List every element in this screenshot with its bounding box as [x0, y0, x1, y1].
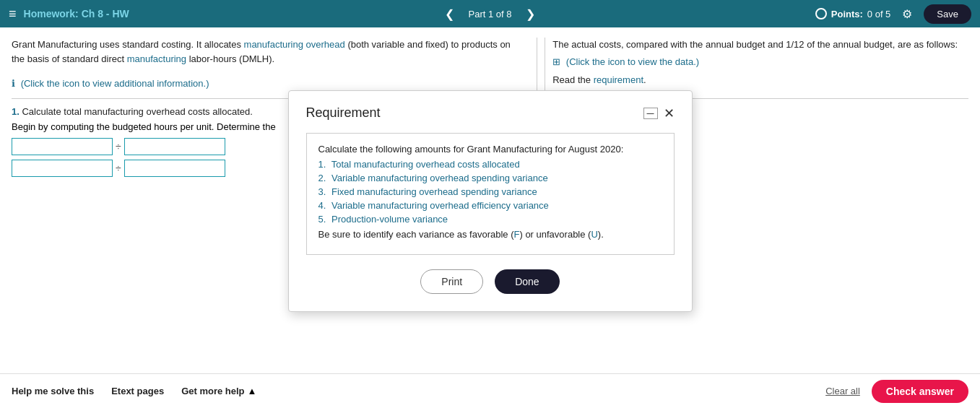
- main-area: Grant Manufacturing uses standard costin…: [0, 27, 980, 374]
- favorable-f: F: [513, 229, 519, 240]
- modal-title: Requirement: [306, 105, 381, 121]
- list-item: 1. Total manufacturing overhead costs al…: [318, 159, 662, 170]
- modal-header: Requirement — ✕: [306, 105, 675, 121]
- header-title: Homework: Ch 8 - HW: [24, 8, 129, 19]
- prev-button[interactable]: ❮: [439, 6, 460, 22]
- close-button[interactable]: ✕: [664, 105, 675, 121]
- list-item: 2. Variable manufacturing overhead spend…: [318, 173, 662, 183]
- modal-overlay: Requirement — ✕ Calculate the following …: [0, 27, 980, 374]
- list-item: 4. Variable manufacturing overhead effic…: [318, 200, 662, 211]
- modal-list: 1. Total manufacturing overhead costs al…: [318, 159, 662, 225]
- modal-intro: Calculate the following amounts for Gran…: [318, 144, 662, 155]
- list-item: 5. Production-volume variance: [318, 214, 662, 225]
- points-label: Points:: [831, 9, 863, 19]
- save-button[interactable]: Save: [924, 4, 971, 24]
- circle-icon: [815, 8, 827, 19]
- requirement-modal: Requirement — ✕ Calculate the following …: [288, 90, 693, 312]
- header-right: Points: 0 of 5 ⚙ Save: [815, 4, 971, 24]
- homework-title: Ch 8 - HW: [82, 8, 129, 19]
- modal-body: Calculate the following amounts for Gran…: [306, 133, 675, 255]
- gear-icon[interactable]: ⚙: [902, 7, 912, 21]
- variance-note: Be sure to identify each variance as fav…: [318, 229, 662, 240]
- modal-footer: Print Done: [306, 269, 675, 294]
- points-info: Points: 0 of 5: [815, 8, 891, 19]
- list-item: 3. Fixed manufacturing overhead spending…: [318, 186, 662, 197]
- part-info: Part 1 of 8: [469, 9, 512, 19]
- unfavorable-u: U: [591, 229, 597, 240]
- header-left: ≡ Homework: Ch 8 - HW: [9, 6, 129, 22]
- hamburger-icon[interactable]: ≡: [9, 6, 17, 22]
- done-button[interactable]: Done: [495, 269, 559, 294]
- minimize-button[interactable]: —: [643, 108, 658, 119]
- header-label: Homework:: [24, 8, 79, 19]
- next-button[interactable]: ❯: [520, 6, 541, 22]
- print-button[interactable]: Print: [420, 269, 483, 294]
- modal-controls: — ✕: [643, 105, 675, 121]
- top-header: ≡ Homework: Ch 8 - HW ❮ Part 1 of 8 ❯ Po…: [0, 0, 980, 27]
- points-value: 0 of 5: [867, 9, 891, 19]
- header-center: ❮ Part 1 of 8 ❯: [439, 6, 542, 22]
